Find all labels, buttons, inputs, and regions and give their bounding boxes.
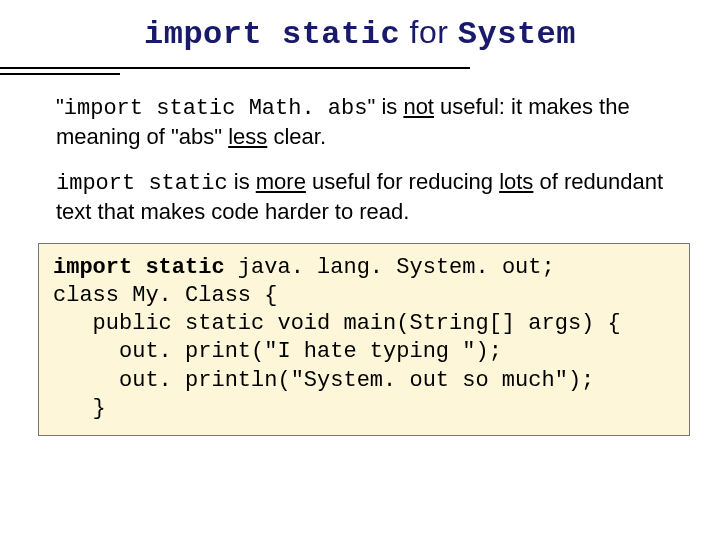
p1-underline-less: less bbox=[228, 124, 267, 149]
code-line-2: class My. Class { bbox=[53, 283, 277, 308]
paragraph-2: import static is more useful for reducin… bbox=[56, 168, 672, 225]
code-line-4: out. print("I hate typing "); bbox=[53, 339, 502, 364]
p1-code: import static Math. abs bbox=[64, 96, 368, 121]
code-line-5: out. println("System. out so much"); bbox=[53, 368, 594, 393]
code-line-3: public static void main(String[] args) { bbox=[53, 311, 621, 336]
rule-long bbox=[0, 67, 470, 69]
title-mid: for bbox=[400, 14, 458, 50]
slide-title: import static for System bbox=[0, 0, 720, 61]
code-line-1-rest: java. lang. System. out; bbox=[225, 255, 555, 280]
p2-text-1: is bbox=[228, 169, 256, 194]
p1-text-3: clear. bbox=[267, 124, 326, 149]
p2-code: import static bbox=[56, 171, 228, 196]
p2-text-2: useful for reducing bbox=[306, 169, 499, 194]
paragraph-1: "import static Math. abs" is not useful:… bbox=[56, 93, 672, 150]
title-code-1: import static bbox=[144, 16, 400, 53]
code-box: import static java. lang. System. out; c… bbox=[38, 243, 690, 436]
p2-underline-more: more bbox=[256, 169, 306, 194]
code-line-1-bold: import static bbox=[53, 255, 225, 280]
p1-quote-open: " bbox=[56, 94, 64, 119]
rule-short bbox=[0, 73, 120, 75]
code-line-6: } bbox=[53, 396, 106, 421]
title-rule bbox=[0, 61, 720, 75]
p2-underline-lots: lots bbox=[499, 169, 533, 194]
title-code-2: System bbox=[458, 16, 576, 53]
p1-after-code: " is bbox=[367, 94, 403, 119]
p1-underline-not: not bbox=[403, 94, 434, 119]
